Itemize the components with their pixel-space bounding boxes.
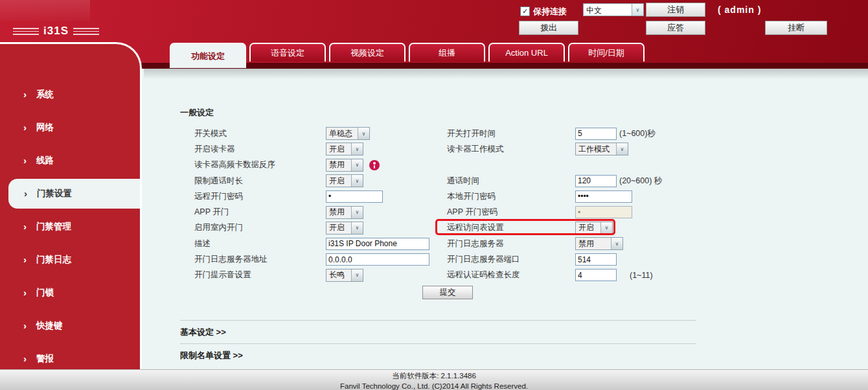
- submit-button[interactable]: 提交: [422, 286, 473, 299]
- enable-card-reader-select[interactable]: 开启∨: [326, 143, 363, 155]
- general-settings-form: 开关模式单稳态∨开关打开时间(1~600)秒开启读卡器开启∨读卡器工作模式工作模…: [194, 126, 698, 283]
- field-row-3: 读卡器高频卡数据反序禁用∨: [194, 157, 698, 173]
- sidebar-item-3[interactable]: ›线路: [0, 144, 140, 177]
- chevron-right-icon: ›: [23, 156, 27, 165]
- field-control: [326, 253, 447, 266]
- indoor-open-select-value: 开启: [326, 222, 351, 234]
- field-label: 开门日志服务器端口: [447, 254, 575, 265]
- enable-card-reader-select-value: 开启: [326, 143, 351, 155]
- field-control: 开启∨: [326, 143, 447, 155]
- field-hint-text: (1~600)秒: [619, 128, 656, 139]
- logo-image-area: [0, 0, 90, 21]
- chevron-right-icon: ›: [24, 189, 27, 198]
- field-label: 通话时间: [447, 176, 575, 187]
- tab-6[interactable]: 时间/日期: [568, 43, 645, 62]
- chevron-down-icon: ∨: [616, 143, 628, 155]
- sidebar-item-6[interactable]: ›门禁日志: [0, 243, 140, 276]
- field-control: 工作模式∨: [575, 143, 698, 155]
- app-open-select[interactable]: 禁用∨: [326, 206, 363, 219]
- remote-open-password-input[interactable]: [326, 190, 383, 203]
- field-control: 开启∨: [326, 222, 447, 235]
- open-log-server-port-input[interactable]: [575, 253, 617, 266]
- field-row-2: 开启读卡器开启∨读卡器工作模式工作模式∨: [194, 141, 698, 157]
- open-prompt-tone-select-value: 长鸣: [326, 270, 351, 281]
- keep-alive-label: 保持连接: [533, 6, 567, 17]
- field-label: 开门日志服务器地址: [194, 254, 326, 265]
- chevron-right-icon: ›: [23, 255, 27, 264]
- sidebar-item-label: 警报: [36, 353, 54, 365]
- field-row-4: 限制通话时长开启∨通话时间(20~600) 秒: [194, 173, 698, 189]
- sidebar-item-5[interactable]: ›门禁管理: [0, 210, 140, 243]
- field-row-5: 远程开门密码本地开门密码: [194, 189, 698, 204]
- chevron-down-icon: ∨: [600, 222, 612, 234]
- tab-3[interactable]: 视频设定: [329, 43, 405, 62]
- field-label: 远程认证码检查长度: [447, 270, 575, 281]
- restrict-list-expander[interactable]: 限制名单设置 >>: [180, 350, 243, 361]
- card-reader-reverse-select[interactable]: 禁用∨: [326, 159, 363, 172]
- chevron-down-icon: ∨: [351, 175, 363, 187]
- field-label: 读卡器工作模式: [447, 144, 575, 155]
- card-reader-work-mode-select-value: 工作模式: [576, 143, 616, 155]
- sidebar-item-1[interactable]: ›系统: [0, 78, 140, 111]
- open-log-server-select[interactable]: 禁用∨: [575, 237, 623, 250]
- open-prompt-tone-select[interactable]: 长鸣∨: [326, 269, 363, 282]
- software-version-text: 当前软件版本: 2.1.1.3486: [0, 371, 868, 381]
- tab-2[interactable]: 语音设定: [249, 43, 326, 62]
- tab-5[interactable]: Action URL: [488, 43, 565, 62]
- sidebar-item-9[interactable]: ›警报: [0, 342, 140, 369]
- app-open-select-value: 禁用: [326, 207, 351, 218]
- chevron-right-icon: ›: [23, 321, 27, 330]
- switch-open-time-input[interactable]: [575, 128, 617, 140]
- description-input[interactable]: [326, 238, 429, 250]
- field-control: 开启∨: [326, 174, 447, 187]
- section-divider: [180, 320, 696, 321]
- sidebar-item-8[interactable]: ›快捷键: [0, 309, 140, 342]
- remote-auth-code-length-input[interactable]: [575, 269, 617, 281]
- field-control: 单稳态∨: [326, 127, 447, 140]
- field-control: (20~600) 秒: [575, 175, 698, 187]
- sidebar-item-label: 线路: [36, 155, 54, 166]
- local-open-password-input[interactable]: [575, 190, 632, 203]
- hangup-button[interactable]: 挂断: [765, 21, 827, 35]
- field-control: [326, 190, 447, 203]
- field-label: 限制通话时长: [194, 176, 326, 187]
- field-row-1: 开关模式单稳态∨开关打开时间(1~600)秒: [194, 126, 698, 141]
- basic-settings-expander[interactable]: 基本设定 >>: [180, 327, 226, 338]
- sidebar-item-7[interactable]: ›门锁: [0, 276, 140, 309]
- tab-1[interactable]: 功能设定: [170, 43, 246, 68]
- remote-access-table-select[interactable]: 开启∨: [575, 222, 613, 235]
- switch-mode-select[interactable]: 单稳态∨: [326, 127, 370, 140]
- field-control: [575, 190, 698, 203]
- language-select-value: 中文: [584, 4, 632, 16]
- answer-button[interactable]: 应答: [646, 21, 705, 35]
- chevron-down-icon: ∨: [358, 128, 369, 139]
- field-label: 远程访问表设置: [447, 222, 575, 233]
- tab-4[interactable]: 组播: [409, 43, 485, 62]
- dial-button[interactable]: 拨出: [519, 21, 578, 35]
- limit-talk-duration-select[interactable]: 开启∨: [326, 174, 363, 187]
- field-hint-text: (1~11): [630, 271, 653, 280]
- keep-alive-checkbox[interactable]: ✓: [520, 6, 530, 16]
- field-row-7: 启用室内开门开启∨远程访问表设置开启∨: [194, 220, 698, 236]
- chevron-down-icon: ∨: [351, 270, 363, 281]
- card-reader-work-mode-select[interactable]: 工作模式∨: [575, 143, 628, 155]
- sidebar-item-label: 门禁设置: [37, 188, 72, 200]
- field-control: (1~11): [575, 269, 698, 281]
- sidebar-item-4[interactable]: ›门禁设置: [8, 179, 140, 209]
- logout-button[interactable]: 注销: [646, 3, 705, 17]
- brand-logo: i31S: [13, 25, 99, 38]
- sidebar-nav: ›系统›网络›线路›门禁设置›门禁管理›门禁日志›门锁›快捷键›警报: [0, 42, 142, 369]
- sidebar-item-label: 门锁: [36, 287, 54, 299]
- language-select[interactable]: 中文 ∨: [583, 3, 644, 16]
- logged-in-user-badge: ( admin ): [718, 5, 761, 15]
- chevron-right-icon: ›: [23, 222, 27, 231]
- section-divider: [180, 343, 696, 344]
- talk-time-input[interactable]: [575, 175, 617, 187]
- field-label: 开门提示音设置: [194, 270, 326, 281]
- footer: 当前软件版本: 2.1.1.3486 Fanvil Technology Co.…: [0, 369, 868, 390]
- field-label: 开启读卡器: [194, 144, 326, 155]
- chevron-down-icon: ∨: [351, 207, 363, 218]
- indoor-open-select[interactable]: 开启∨: [326, 222, 363, 235]
- open-log-server-address-input[interactable]: [326, 253, 429, 266]
- sidebar-item-2[interactable]: ›网络: [0, 111, 140, 144]
